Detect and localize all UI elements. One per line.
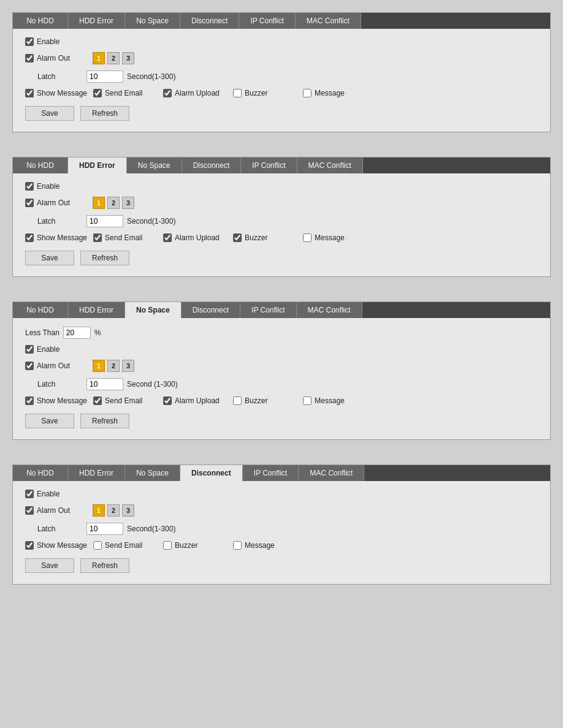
panel-body: Less Than%EnableAlarm Out123LatchSecond … (13, 318, 550, 439)
tab-disconnect[interactable]: Disconnect (180, 465, 243, 481)
enable-checkbox[interactable] (25, 490, 34, 498)
message-label: Message (303, 89, 364, 97)
show-message-checkbox[interactable] (25, 541, 34, 550)
alarm-upload-text: Alarm Upload (175, 396, 220, 405)
tab-ip-conflict[interactable]: IP Conflict (241, 157, 297, 173)
tab-ip-conflict[interactable]: IP Conflict (239, 13, 295, 29)
send-email-checkbox[interactable] (93, 89, 102, 97)
alarm-out-checkbox[interactable] (25, 199, 34, 207)
send-email-checkbox[interactable] (93, 396, 102, 405)
buzzer-checkbox[interactable] (233, 89, 242, 97)
alarm-btn-3[interactable]: 3 (122, 360, 134, 372)
tab-hdd-error[interactable]: HDD Error (68, 465, 125, 481)
message-checkbox[interactable] (303, 233, 312, 242)
alarm-btn-2[interactable]: 2 (107, 197, 120, 209)
alarm-upload-label: Alarm Upload (163, 396, 224, 405)
alarm-upload-text: Alarm Upload (175, 233, 220, 242)
tab-ip-conflict[interactable]: IP Conflict (243, 465, 299, 481)
show-message-checkbox[interactable] (25, 233, 34, 242)
show-message-label: Show Message (25, 89, 87, 97)
tab-hdd-error[interactable]: HDD Error (68, 157, 127, 173)
message-text: Message (315, 233, 345, 242)
enable-text: Enable (37, 182, 59, 191)
panel-body: EnableAlarm Out123LatchSecond(1-300)Show… (13, 173, 550, 276)
tab-hdd-error[interactable]: HDD Error (68, 302, 125, 318)
alarm-btn-2[interactable]: 2 (107, 360, 120, 372)
latch-label: Latch (25, 380, 86, 389)
tab-disconnect[interactable]: Disconnect (182, 157, 241, 173)
refresh-button[interactable]: Refresh (80, 251, 129, 265)
save-button[interactable]: Save (25, 558, 74, 573)
alarm-out-checkbox[interactable] (25, 54, 34, 63)
tab-mac-conflict[interactable]: MAC Conflict (299, 465, 364, 481)
message-checkbox[interactable] (303, 396, 312, 405)
alarm-btn-1[interactable]: 1 (93, 52, 105, 64)
tab-no-space[interactable]: No Space (127, 157, 182, 173)
save-button[interactable]: Save (25, 106, 74, 121)
enable-checkbox[interactable] (25, 345, 34, 354)
message-checkbox[interactable] (233, 541, 242, 550)
refresh-button[interactable]: Refresh (80, 558, 129, 573)
send-email-checkbox[interactable] (93, 541, 102, 550)
tab-end (361, 13, 550, 29)
tab-disconnect[interactable]: Disconnect (182, 302, 240, 318)
show-message-checkbox[interactable] (25, 396, 34, 405)
alarm-btn-3[interactable]: 3 (122, 197, 134, 209)
alarm-btn-3[interactable]: 3 (122, 52, 134, 64)
tab-no-space[interactable]: No Space (125, 302, 182, 318)
enable-row: Enable (25, 345, 538, 354)
less-than-label: Less Than (25, 328, 59, 337)
latch-suffix: Second(1-300) (127, 525, 175, 533)
buzzer-checkbox[interactable] (163, 541, 172, 550)
tab-no-hdd[interactable]: No HDD (13, 465, 68, 481)
message-text: Message (315, 89, 345, 97)
less-than-input[interactable] (63, 327, 91, 339)
tab-no-space[interactable]: No Space (125, 465, 180, 481)
alarm-btn-3[interactable]: 3 (122, 504, 134, 517)
send-email-checkbox[interactable] (93, 233, 102, 242)
alarm-btn-1[interactable]: 1 (93, 197, 105, 209)
enable-checkbox[interactable] (25, 37, 34, 46)
alarm-upload-checkbox[interactable] (163, 233, 172, 242)
save-button[interactable]: Save (25, 251, 74, 265)
send-email-text: Send Email (105, 541, 142, 550)
alarm-btn-1[interactable]: 1 (93, 504, 105, 517)
tab-no-space[interactable]: No Space (125, 13, 180, 29)
tab-no-hdd[interactable]: No HDD (13, 302, 68, 318)
alarm-out-checkbox[interactable] (25, 506, 34, 515)
tab-hdd-error[interactable]: HDD Error (68, 13, 125, 29)
less-than-row: Less Than% (25, 327, 538, 339)
buzzer-checkbox[interactable] (233, 233, 242, 242)
alarm-btn-2[interactable]: 2 (107, 52, 120, 64)
panel-2: No HDDHDD ErrorNo SpaceDisconnectIP Conf… (12, 157, 551, 277)
refresh-button[interactable]: Refresh (80, 414, 129, 428)
message-checkbox[interactable] (303, 89, 312, 97)
enable-checkbox[interactable] (25, 182, 34, 191)
latch-input[interactable] (86, 70, 123, 83)
tab-no-hdd[interactable]: No HDD (13, 13, 68, 29)
tab-mac-conflict[interactable]: MAC Conflict (297, 157, 363, 173)
tab-mac-conflict[interactable]: MAC Conflict (296, 13, 361, 29)
tab-no-hdd[interactable]: No HDD (13, 157, 68, 173)
tab-disconnect[interactable]: Disconnect (180, 13, 239, 29)
latch-suffix: Second(1-300) (127, 72, 175, 81)
latch-input[interactable] (86, 378, 123, 390)
show-message-checkbox[interactable] (25, 89, 34, 97)
alarm-out-checkbox[interactable] (25, 362, 34, 370)
tab-mac-conflict[interactable]: MAC Conflict (297, 302, 362, 318)
alarm-btn-2[interactable]: 2 (107, 504, 120, 517)
save-button[interactable]: Save (25, 414, 74, 428)
latch-input[interactable] (86, 523, 123, 535)
alarm-btn-1[interactable]: 1 (93, 360, 105, 372)
buzzer-checkbox[interactable] (233, 396, 242, 405)
tab-ip-conflict[interactable]: IP Conflict (240, 302, 296, 318)
alarm-upload-checkbox[interactable] (163, 89, 172, 97)
latch-input[interactable] (86, 215, 123, 227)
latch-label: Latch (25, 525, 86, 533)
tab-end (362, 302, 550, 318)
alarm-buttons: 123 (93, 52, 134, 64)
show-message-label: Show Message (25, 541, 87, 550)
alarm-upload-checkbox[interactable] (163, 396, 172, 405)
refresh-button[interactable]: Refresh (80, 106, 129, 121)
show-message-row: Show MessageSend EmailAlarm UploadBuzzer… (25, 396, 538, 405)
